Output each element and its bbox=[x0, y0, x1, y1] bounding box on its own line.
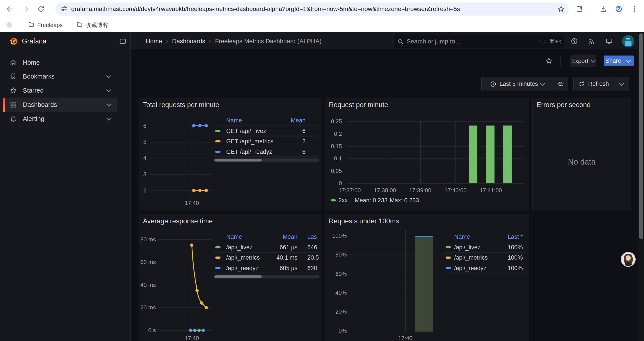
sidebar-item-bookmarks[interactable]: Bookmarks bbox=[3, 69, 117, 83]
news-rss-icon[interactable] bbox=[588, 38, 595, 46]
profile-icon[interactable] bbox=[613, 3, 625, 15]
legend-header-mean[interactable]: Mean bbox=[240, 233, 298, 240]
series-color-pill bbox=[215, 130, 220, 132]
y-tick-label: 0.25 bbox=[325, 118, 342, 125]
legend-header-las[interactable]: Las bbox=[307, 233, 317, 240]
legend-divider bbox=[214, 147, 319, 147]
export-button[interactable]: Export bbox=[570, 56, 596, 67]
y-tick-label: 0.05 bbox=[325, 168, 342, 174]
data-point bbox=[200, 301, 204, 304]
legend-value: 2 bbox=[248, 138, 306, 145]
share-button[interactable]: Share bbox=[604, 56, 623, 66]
sidebar-item-dashboards[interactable]: Dashboards bbox=[3, 98, 117, 112]
y-tick-label: 40% bbox=[325, 289, 347, 296]
sidebar-item-alerting[interactable]: Alerting bbox=[3, 112, 117, 126]
legend-scrollbar[interactable] bbox=[214, 158, 319, 162]
data-point bbox=[205, 306, 208, 309]
forward-icon[interactable] bbox=[19, 3, 32, 15]
search-input[interactable]: Search or jump to... ⌘+k bbox=[393, 35, 565, 48]
address-bar[interactable]: grafana.mathmast.com/d/deytv4rwavabkb/fr… bbox=[56, 3, 568, 16]
bookmark-icon bbox=[10, 73, 17, 80]
chevron-down-icon[interactable] bbox=[106, 87, 111, 92]
breadcrumb-item[interactable]: Dashboards bbox=[172, 38, 205, 45]
menu-kebab-icon[interactable] bbox=[628, 3, 640, 15]
gridline bbox=[350, 254, 472, 255]
back-icon[interactable] bbox=[4, 3, 16, 15]
sidebar-item-starred[interactable]: Starred bbox=[3, 83, 117, 97]
breadcrumb-item[interactable]: Home bbox=[146, 38, 162, 45]
bookmarks-bar: Freeleaps收藏博客 bbox=[0, 18, 644, 32]
panel-requests-under-100ms[interactable]: Requests under 100ms 100%80%60%40%20%0%1… bbox=[325, 214, 529, 341]
scrollbar-thumb[interactable] bbox=[639, 33, 643, 239]
legend-scrollbar-thumb[interactable] bbox=[214, 159, 262, 162]
help-icon[interactable] bbox=[570, 38, 578, 46]
share-menu-button[interactable] bbox=[623, 56, 634, 66]
gridline bbox=[150, 142, 211, 142]
y-tick-label: 0 bbox=[325, 180, 342, 187]
panel-title: Errors per second bbox=[536, 101, 590, 109]
y-tick-label: 80 ms bbox=[139, 236, 156, 243]
series-color-pill bbox=[331, 199, 336, 201]
panel-errors-per-second[interactable]: Errors per second No data bbox=[532, 98, 631, 210]
download-icon[interactable] bbox=[597, 3, 609, 15]
actions-divider bbox=[560, 56, 561, 66]
legend-divider bbox=[446, 242, 526, 242]
reload-icon[interactable] bbox=[35, 3, 47, 15]
apps-grid-icon[interactable] bbox=[6, 21, 13, 29]
legend-value: 20.5 m bbox=[307, 254, 321, 261]
bookmark-star-icon[interactable] bbox=[555, 3, 567, 15]
gridline bbox=[350, 236, 472, 236]
chevron-down-icon[interactable] bbox=[106, 116, 111, 121]
bookmark-folder-1[interactable]: 收藏博客 bbox=[73, 20, 111, 30]
y-tick-label: 0.1 bbox=[325, 155, 342, 162]
sidebar-item-label: Bookmarks bbox=[23, 73, 107, 80]
bookmark-folder-0[interactable]: Freeleaps bbox=[25, 20, 66, 30]
sidebar-item-home[interactable]: Home bbox=[3, 56, 117, 70]
monitor-icon[interactable] bbox=[606, 38, 613, 46]
folder-icon bbox=[28, 21, 35, 29]
legend-header-name[interactable]: Name bbox=[226, 117, 242, 124]
series-color-pill bbox=[215, 140, 220, 142]
time-range-label: Last 5 minutes bbox=[500, 81, 538, 87]
user-avatar[interactable] bbox=[622, 35, 634, 47]
zoom-out-button[interactable] bbox=[553, 77, 568, 91]
data-point bbox=[202, 329, 205, 332]
x-tick-label: 17:40:00 bbox=[444, 187, 466, 194]
legend-series-name[interactable]: 2xx bbox=[338, 197, 348, 204]
legend-divider bbox=[446, 272, 526, 273]
gridline bbox=[350, 274, 472, 274]
time-range-picker[interactable]: Last 5 minutes bbox=[481, 77, 553, 91]
screen: grafana.mathmast.com/d/deytv4rwavabkb/fr… bbox=[0, 0, 644, 341]
favorite-star-icon[interactable] bbox=[545, 57, 552, 65]
extensions-icon[interactable] bbox=[573, 3, 586, 15]
gridline bbox=[350, 293, 472, 293]
legend-scrollbar-thumb[interactable] bbox=[214, 275, 262, 278]
panel-request-per-minute[interactable]: Request per minute 0.250.20.150.10.05017… bbox=[325, 98, 529, 210]
panel-avg-response-time[interactable]: Average response time 80 ms60 ms40 ms20 … bbox=[139, 214, 321, 341]
refresh-button[interactable]: Refresh bbox=[574, 77, 614, 91]
panel-total-requests[interactable]: Total requests per minute 6543217:40Name… bbox=[139, 98, 321, 210]
gridline bbox=[150, 174, 211, 175]
refresh-interval-button[interactable] bbox=[614, 77, 629, 91]
area-fill bbox=[415, 236, 433, 331]
y-tick-label: 0.2 bbox=[325, 131, 342, 137]
bell-icon bbox=[10, 115, 17, 122]
chevron-down-icon[interactable] bbox=[106, 73, 111, 78]
legend-header-last[interactable]: Last * bbox=[466, 233, 523, 240]
legend-header-mean[interactable]: Mean bbox=[248, 117, 306, 124]
legend-divider bbox=[446, 252, 526, 253]
page-scrollbar[interactable] bbox=[638, 32, 644, 341]
tune-icon[interactable] bbox=[60, 5, 68, 13]
legend-scrollbar[interactable] bbox=[214, 275, 319, 278]
search-icon bbox=[398, 38, 404, 45]
gridline bbox=[456, 121, 456, 183]
assistant-avatar[interactable] bbox=[621, 252, 636, 267]
search-shortcut: ⌘+k bbox=[549, 38, 561, 45]
sidebar-toggle-icon[interactable] bbox=[119, 38, 126, 46]
grid-icon bbox=[10, 101, 17, 108]
gridline bbox=[158, 239, 212, 240]
legend-divider bbox=[214, 252, 319, 253]
chevron-down-icon[interactable] bbox=[106, 102, 111, 107]
legend-header-name[interactable]: Name bbox=[226, 233, 242, 240]
gridline bbox=[350, 121, 350, 183]
